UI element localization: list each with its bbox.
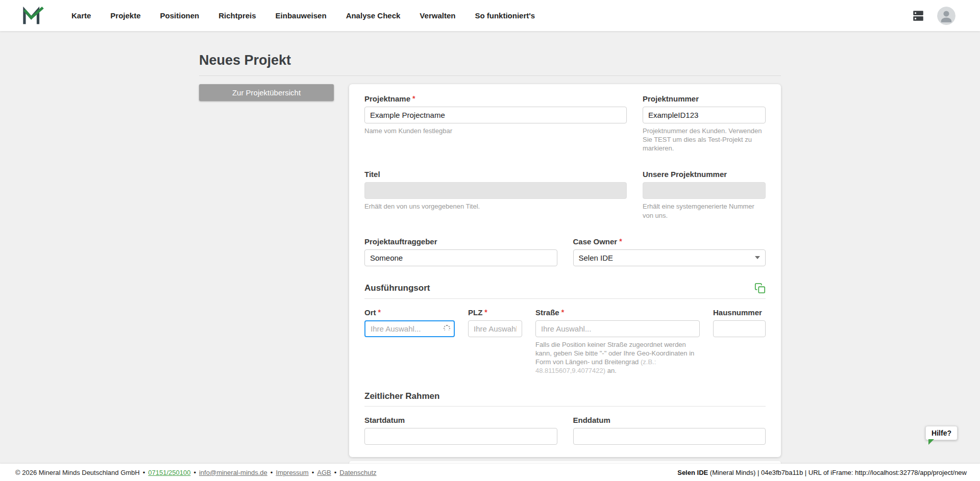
unsere-projektnummer-helper: Erhält eine systemgenerierte Nummer von … bbox=[643, 202, 766, 219]
top-navbar: Karte Projekte Positionen Richtpreis Ein… bbox=[0, 0, 980, 31]
unsere-projektnummer-input bbox=[643, 182, 766, 199]
startdatum-input[interactable] bbox=[364, 428, 557, 445]
projektauftraggeber-input[interactable] bbox=[364, 249, 557, 266]
nav-item-projekte[interactable]: Projekte bbox=[110, 11, 140, 20]
chevron-down-icon bbox=[755, 256, 760, 259]
enddatum-label: Enddatum bbox=[573, 416, 766, 424]
case-owner-selected-value: Selen IDE bbox=[579, 254, 614, 262]
projektname-label: Projektname* bbox=[364, 94, 627, 103]
help-button-label: Hilfe? bbox=[932, 429, 951, 437]
nav-item-verwalten[interactable]: Verwalten bbox=[420, 11, 455, 20]
impressum-link[interactable]: Impressum bbox=[276, 469, 308, 476]
help-button[interactable]: Hilfe? bbox=[925, 426, 958, 440]
nav-item-analyse-check[interactable]: Analyse Check bbox=[346, 11, 401, 20]
copy-icon[interactable] bbox=[754, 283, 766, 294]
footer-user: Selen IDE bbox=[677, 469, 708, 476]
phone-link[interactable]: 07151/250100 bbox=[148, 469, 190, 476]
strasse-label: Straße* bbox=[535, 308, 700, 317]
hausnummer-input[interactable] bbox=[713, 320, 766, 337]
plz-label: PLZ* bbox=[468, 308, 522, 317]
plz-input[interactable] bbox=[468, 320, 522, 337]
back-to-project-overview-button[interactable]: Zur Projektübersicht bbox=[199, 84, 334, 101]
footer-left: © 2026 Mineral Minds Deutschland GmbH • … bbox=[15, 469, 377, 476]
titel-label: Titel bbox=[364, 170, 627, 179]
email-link[interactable]: info@mineral-minds.de bbox=[199, 469, 267, 476]
nav-item-richtpreis[interactable]: Richtpreis bbox=[218, 11, 256, 20]
projektnummer-helper: Projektnummer des Kunden. Verwenden Sie … bbox=[643, 126, 766, 153]
new-project-form-card: Projektname* Name vom Kunden festlegbar … bbox=[349, 84, 781, 457]
required-asterisk: * bbox=[561, 308, 564, 316]
projektname-helper: Name vom Kunden festlegbar bbox=[364, 126, 627, 135]
titel-helper: Erhält den von uns vorgegebenen Titel. bbox=[364, 202, 627, 211]
titel-input bbox=[364, 182, 627, 199]
copyright-text: © 2026 Mineral Minds Deutschland GmbH bbox=[15, 469, 140, 476]
nav-item-so-funktionierts[interactable]: So funktioniert's bbox=[475, 11, 535, 20]
projektname-input[interactable] bbox=[364, 107, 627, 123]
unsere-projektnummer-label: Unsere Projektnummer bbox=[643, 170, 766, 179]
strasse-input[interactable] bbox=[535, 320, 700, 337]
hausnummer-label: Hausnummer bbox=[713, 308, 766, 317]
footer: © 2026 Mineral Minds Deutschland GmbH • … bbox=[0, 464, 980, 481]
footer-session-info: (Mineral Minds) | 04e3fb7ba11b | URL of … bbox=[708, 469, 967, 476]
ort-label: Ort* bbox=[364, 308, 455, 317]
ort-input[interactable] bbox=[364, 320, 455, 337]
main-content: Neues Projekt Zur Projektübersicht Proje… bbox=[0, 31, 980, 464]
server-icon[interactable] bbox=[911, 9, 926, 22]
projektauftraggeber-label: Projektauftraggeber bbox=[364, 237, 557, 246]
required-asterisk: * bbox=[619, 237, 622, 245]
nav-item-positionen[interactable]: Positionen bbox=[160, 11, 200, 20]
strasse-helper: Falls die Position keiner Straße zugeord… bbox=[535, 340, 700, 375]
enddatum-input[interactable] bbox=[573, 428, 766, 445]
page-title: Neues Projekt bbox=[199, 53, 781, 76]
datenschutz-link[interactable]: Datenschutz bbox=[339, 469, 376, 476]
case-owner-select[interactable]: Selen IDE bbox=[573, 249, 766, 266]
projektnummer-input[interactable] bbox=[643, 107, 766, 123]
required-asterisk: * bbox=[412, 94, 415, 103]
footer-status: Selen IDE (Mineral Minds) | 04e3fb7ba11b… bbox=[677, 469, 967, 476]
projektnummer-label: Projektnummer bbox=[643, 94, 766, 103]
startdatum-label: Startdatum bbox=[364, 416, 557, 424]
required-asterisk: * bbox=[484, 308, 487, 316]
section-title-ausfuehrungsort: Ausführungsort bbox=[364, 283, 430, 293]
section-title-zeitlicher-rahmen: Zeitlicher Rahmen bbox=[364, 391, 439, 401]
nav-item-karte[interactable]: Karte bbox=[71, 11, 91, 20]
user-avatar[interactable] bbox=[937, 7, 955, 25]
case-owner-label: Case Owner* bbox=[573, 237, 766, 246]
nav-item-einbauweisen[interactable]: Einbauweisen bbox=[276, 11, 327, 20]
mineral-minds-logo[interactable] bbox=[22, 6, 44, 26]
main-navigation: Karte Projekte Positionen Richtpreis Ein… bbox=[71, 11, 535, 20]
required-asterisk: * bbox=[378, 308, 381, 316]
navbar-right bbox=[911, 7, 955, 25]
agb-link[interactable]: AGB bbox=[317, 469, 331, 476]
